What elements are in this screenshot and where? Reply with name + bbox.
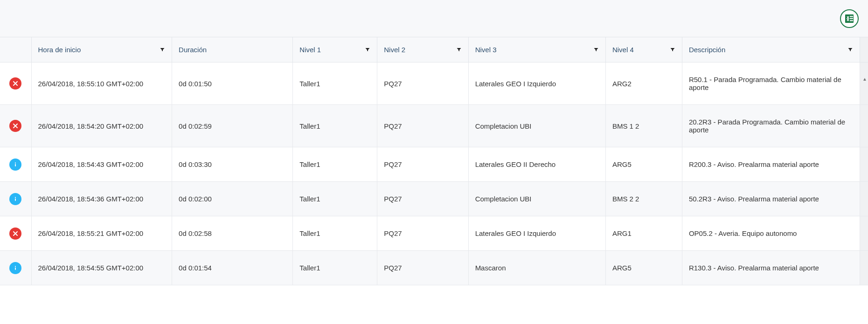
- cell-n2: PQ27: [377, 182, 468, 216]
- col-header-n4[interactable]: Nivel 4: [606, 37, 682, 62]
- col-header-desc[interactable]: Descripción: [682, 37, 860, 62]
- cell-n3: Mascaron: [469, 251, 606, 285]
- svg-rect-9: [15, 267, 16, 269]
- col-header-label: Nivel 2: [384, 46, 405, 54]
- cell-duration: 0d 0:01:54: [172, 251, 293, 285]
- table-row[interactable]: 26/04/2018, 18:55:21 GMT+02:000d 0:02:58…: [0, 216, 868, 251]
- filter-icon[interactable]: [456, 46, 462, 54]
- cell-n3: Completacion UBI: [469, 182, 606, 216]
- cell-desc: 20.2R3 - Parada Programada. Cambio mater…: [682, 105, 860, 147]
- cell-n3: Laterales GEO I Izquierdo: [469, 62, 606, 105]
- scrollbar-track[interactable]: [860, 147, 868, 182]
- status-cell: [0, 62, 32, 105]
- table-row[interactable]: 26/04/2018, 18:54:43 GMT+02:000d 0:03:30…: [0, 147, 868, 182]
- cell-desc: 50.2R3 - Aviso. Prealarma material aport…: [682, 182, 860, 216]
- table-row[interactable]: 26/04/2018, 18:55:10 GMT+02:000d 0:01:50…: [0, 62, 868, 105]
- table-row[interactable]: 26/04/2018, 18:54:36 GMT+02:000d 0:02:00…: [0, 182, 868, 216]
- cell-n2: PQ27: [377, 251, 468, 285]
- error-icon: [9, 227, 21, 240]
- col-header-label: Duración: [179, 46, 207, 54]
- toolbar: [0, 0, 868, 37]
- cell-desc: R200.3 - Aviso. Prealarma material aport…: [682, 147, 860, 182]
- cell-n2: PQ27: [377, 105, 468, 147]
- svg-rect-3: [850, 20, 853, 21]
- error-icon: [9, 120, 21, 132]
- svg-point-4: [15, 162, 16, 163]
- status-cell: [0, 251, 32, 285]
- filter-icon[interactable]: [847, 46, 853, 54]
- events-table: Hora de inicio Duración Nivel 1 Nivel 2: [0, 37, 868, 285]
- filter-icon[interactable]: [670, 46, 675, 54]
- col-header-label: Nivel 1: [299, 46, 321, 54]
- status-cell: [0, 182, 32, 216]
- svg-rect-1: [850, 16, 853, 17]
- cell-start: 26/04/2018, 18:54:43 GMT+02:00: [32, 147, 173, 182]
- col-header-status[interactable]: [0, 37, 32, 62]
- filter-icon[interactable]: [593, 46, 599, 54]
- scroll-up-icon[interactable]: ▲: [862, 76, 867, 82]
- cell-desc: R50.1 - Parada Programada. Cambio materi…: [682, 62, 860, 105]
- svg-rect-2: [850, 18, 853, 19]
- cell-n4: ARG2: [606, 62, 682, 105]
- cell-n1: Taller1: [293, 105, 377, 147]
- cell-n1: Taller1: [293, 251, 377, 285]
- cell-duration: 0d 0:02:58: [172, 216, 293, 251]
- svg-point-6: [15, 197, 16, 198]
- col-header-n2[interactable]: Nivel 2: [377, 37, 468, 62]
- cell-start: 26/04/2018, 18:55:21 GMT+02:00: [32, 216, 173, 251]
- col-header-start[interactable]: Hora de inicio: [32, 37, 173, 62]
- cell-desc: R130.3 - Aviso. Prealarma material aport…: [682, 251, 860, 285]
- scrollbar-gutter-header: [860, 37, 868, 62]
- cell-duration: 0d 0:02:00: [172, 182, 293, 216]
- col-header-n3[interactable]: Nivel 3: [469, 37, 606, 62]
- cell-n3: Completacion UBI: [469, 105, 606, 147]
- cell-start: 26/04/2018, 18:55:10 GMT+02:00: [32, 62, 173, 105]
- filter-icon[interactable]: [160, 46, 165, 54]
- table-row[interactable]: 26/04/2018, 18:54:20 GMT+02:000d 0:02:59…: [0, 105, 868, 147]
- info-icon: [9, 262, 21, 274]
- cell-n1: Taller1: [293, 182, 377, 216]
- cell-n4: ARG5: [606, 251, 682, 285]
- table-row[interactable]: 26/04/2018, 18:54:55 GMT+02:000d 0:01:54…: [0, 251, 868, 285]
- col-header-label: Nivel 3: [475, 46, 497, 54]
- scrollbar-track[interactable]: [860, 251, 868, 285]
- cell-n3: Laterales GEO II Derecho: [469, 147, 606, 182]
- table-header-row: Hora de inicio Duración Nivel 1 Nivel 2: [0, 37, 868, 62]
- cell-n2: PQ27: [377, 62, 468, 105]
- scrollbar-track[interactable]: [860, 105, 868, 147]
- status-cell: [0, 216, 32, 251]
- status-cell: [0, 105, 32, 147]
- events-table-wrap: ▲ Hora de inicio Duración Nivel 1: [0, 37, 868, 285]
- col-header-duration[interactable]: Duración: [172, 37, 293, 62]
- info-icon: [9, 159, 21, 171]
- info-icon: [9, 193, 21, 205]
- export-excel-button[interactable]: [840, 9, 859, 28]
- filter-icon[interactable]: [365, 46, 370, 54]
- cell-n4: BMS 1 2: [606, 105, 682, 147]
- cell-duration: 0d 0:03:30: [172, 147, 293, 182]
- col-header-label: Nivel 4: [612, 46, 634, 54]
- excel-icon: [844, 13, 855, 24]
- cell-desc: OP05.2 - Averia. Equipo autonomo: [682, 216, 860, 251]
- svg-rect-7: [15, 198, 16, 200]
- col-header-label: Hora de inicio: [38, 46, 81, 54]
- cell-n3: Laterales GEO I Izquierdo: [469, 216, 606, 251]
- cell-start: 26/04/2018, 18:54:20 GMT+02:00: [32, 105, 173, 147]
- cell-n4: ARG1: [606, 216, 682, 251]
- svg-point-8: [15, 266, 16, 267]
- cell-n1: Taller1: [293, 147, 377, 182]
- scrollbar-track[interactable]: [860, 62, 868, 105]
- cell-n2: PQ27: [377, 147, 468, 182]
- cell-n4: BMS 2 2: [606, 182, 682, 216]
- col-header-n1[interactable]: Nivel 1: [293, 37, 377, 62]
- cell-n2: PQ27: [377, 216, 468, 251]
- col-header-label: Descripción: [689, 46, 725, 54]
- error-icon: [9, 77, 21, 90]
- cell-start: 26/04/2018, 18:54:36 GMT+02:00: [32, 182, 173, 216]
- cell-start: 26/04/2018, 18:54:55 GMT+02:00: [32, 251, 173, 285]
- scrollbar-track[interactable]: [860, 216, 868, 251]
- cell-n1: Taller1: [293, 62, 377, 105]
- cell-n1: Taller1: [293, 216, 377, 251]
- status-cell: [0, 147, 32, 182]
- scrollbar-track[interactable]: [860, 182, 868, 216]
